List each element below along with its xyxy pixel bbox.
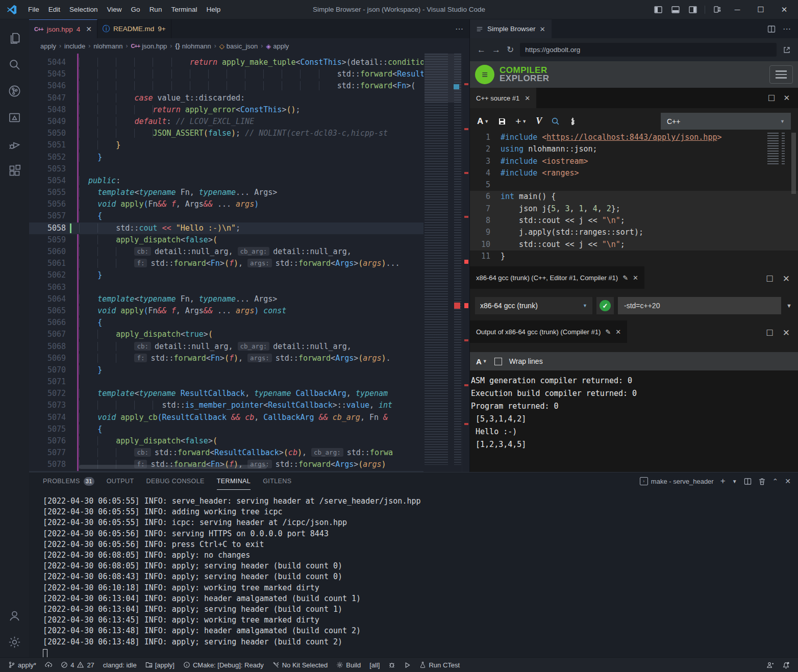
tab-gitlens[interactable]: GITLENS <box>263 472 291 490</box>
breadcrumb-item[interactable]: nlohmann <box>93 42 122 50</box>
close-pane-icon[interactable]: ✕ <box>540 25 545 33</box>
settings-gear-icon[interactable] <box>3 629 27 655</box>
run-debug-icon[interactable] <box>3 131 27 157</box>
extensions-icon[interactable] <box>3 157 27 184</box>
save-icon[interactable] <box>498 117 506 126</box>
output-pane-tab[interactable]: Output of x86-64 gcc (trunk) (Compiler #… <box>470 320 627 343</box>
wrap-lines-checkbox[interactable] <box>494 358 502 365</box>
maximize-pane-icon[interactable]: ☐ <box>766 274 773 284</box>
quickbench-icon[interactable] <box>569 117 577 126</box>
split-terminal-icon[interactable] <box>744 478 752 485</box>
terminal-instance-select[interactable]: › make - serve_header <box>640 477 714 485</box>
menu-item[interactable]: Help <box>202 0 225 19</box>
customize-layout-icon[interactable] <box>709 2 725 17</box>
menu-item[interactable]: Go <box>127 0 145 19</box>
forward-icon[interactable]: → <box>492 45 501 55</box>
close-panel-icon[interactable]: ✕ <box>785 477 791 485</box>
tab-problems[interactable]: PROBLEMS31 <box>43 472 94 490</box>
font-size-icon[interactable]: A▼ <box>477 116 489 127</box>
toggle-secondary-sidebar-icon[interactable] <box>685 2 701 17</box>
tab-json-hpp[interactable]: C++ json.hpp 4 ✕ <box>29 19 97 38</box>
close-tab-icon[interactable]: ✕ <box>86 25 92 33</box>
maximize-pane-icon[interactable]: ☐ <box>766 328 773 338</box>
breadcrumb-item[interactable]: apply <box>40 42 56 50</box>
menu-item[interactable]: Edit <box>44 0 65 19</box>
build-button[interactable]: Build <box>333 658 364 672</box>
kill-terminal-icon[interactable] <box>758 478 766 485</box>
debug-target-icon[interactable] <box>385 658 398 672</box>
cmake-status-item[interactable]: CMake: [Debug]: Ready <box>180 658 267 672</box>
cmake-icon[interactable] <box>3 104 27 131</box>
breadcrumb-item[interactable]: {}nlohmann <box>175 42 211 50</box>
chevron-down-icon[interactable]: ▼ <box>732 479 737 484</box>
rename-icon[interactable]: ✎ <box>605 328 611 336</box>
breadcrumb-item[interactable]: ◈apply <box>266 42 289 50</box>
git-branch-item[interactable]: apply* <box>5 658 39 672</box>
breadcrumb-item[interactable]: include <box>64 42 85 50</box>
close-pane-icon[interactable]: ✕ <box>783 273 790 284</box>
tab-simple-browser[interactable]: Simple Browser ✕ <box>470 19 552 38</box>
url-input[interactable]: https://godbolt.org <box>520 43 777 57</box>
maximize-button[interactable]: ☐ <box>750 1 771 18</box>
compiler-flags-input[interactable]: -std=c++20 <box>618 297 781 314</box>
code-editor[interactable]: 5044 return apply_make_tuple<ConstThis>(… <box>29 54 469 472</box>
menu-item[interactable]: Selection <box>65 0 103 19</box>
feedback-icon[interactable] <box>763 661 777 669</box>
add-pane-icon[interactable]: +▼ <box>515 116 527 127</box>
toggle-panel-icon[interactable] <box>668 2 683 17</box>
close-icon[interactable]: ✕ <box>615 328 621 336</box>
breadcrumb-item[interactable]: C++json.hpp <box>131 42 167 50</box>
source-control-icon[interactable] <box>3 78 27 104</box>
kit-item[interactable]: No Kit Selected <box>269 658 331 672</box>
menu-item[interactable]: Run <box>145 0 167 19</box>
ce-source-tab[interactable]: C++ source #1 ✕ <box>470 88 536 108</box>
tab-terminal[interactable]: TERMINAL <box>217 472 251 490</box>
close-window-button[interactable]: ✕ <box>774 1 795 18</box>
notifications-bell-icon[interactable] <box>779 661 793 669</box>
reload-icon[interactable]: ↻ <box>507 44 514 55</box>
tab-debug-console[interactable]: DEBUG CONSOLE <box>146 472 205 490</box>
tab-output[interactable]: OUTPUT <box>107 472 134 490</box>
font-size-icon[interactable]: A▼ <box>476 357 487 366</box>
rename-icon[interactable]: ✎ <box>622 274 628 282</box>
ce-menu-icon[interactable] <box>769 65 793 84</box>
vim-mode-icon[interactable]: V <box>536 116 542 127</box>
tab-readme-md[interactable]: ⓘ README.md 9+ <box>97 19 171 38</box>
compiler-pane-tab[interactable]: x86-64 gcc (trunk) (C++, Editor #1, Comp… <box>470 266 644 289</box>
minimize-button[interactable]: ─ <box>727 1 748 18</box>
horizontal-scrollbar[interactable] <box>79 465 267 469</box>
menu-item[interactable]: Terminal <box>166 0 202 19</box>
build-target-item[interactable]: [all] <box>366 658 383 672</box>
back-icon[interactable]: ← <box>477 45 486 55</box>
breadcrumb-item[interactable]: ◇basic_json <box>219 42 258 50</box>
clangd-status[interactable]: clangd: idle <box>100 658 140 672</box>
menu-item[interactable]: File <box>23 0 44 19</box>
launch-target-icon[interactable] <box>401 658 414 672</box>
compiler-select[interactable]: x86-64 gcc (trunk)▼ <box>475 297 592 314</box>
close-pane-icon[interactable]: ✕ <box>783 93 790 103</box>
terminal-content[interactable]: [2022-04-30 06:05:55] INFO: serve_header… <box>29 490 798 657</box>
cmake-project-item[interactable]: [apply] <box>142 658 178 672</box>
ce-source-editor[interactable]: 1#include <https://localhost:8443/apply/… <box>470 130 798 262</box>
accounts-icon[interactable] <box>3 602 27 629</box>
close-icon[interactable]: ✕ <box>525 94 530 102</box>
close-icon[interactable]: ✕ <box>633 274 638 282</box>
search-icon[interactable] <box>3 51 27 78</box>
ce-scrollbar[interactable] <box>791 133 796 194</box>
language-select[interactable]: C++▼ <box>661 113 791 130</box>
sync-item[interactable] <box>42 658 55 672</box>
minimap[interactable] <box>425 54 461 465</box>
maximize-pane-icon[interactable]: ☐ <box>768 93 775 103</box>
open-external-icon[interactable] <box>783 46 791 54</box>
pane-more-actions-icon[interactable]: ⋯ <box>783 24 791 34</box>
new-terminal-icon[interactable]: + <box>720 476 726 486</box>
maximize-panel-icon[interactable]: ⌃ <box>772 477 779 485</box>
menu-item[interactable]: View <box>103 0 127 19</box>
close-pane-icon[interactable]: ✕ <box>783 328 790 338</box>
cppinsights-icon[interactable] <box>551 117 560 126</box>
explorer-icon[interactable] <box>3 24 27 51</box>
toggle-sidebar-icon[interactable] <box>651 2 666 17</box>
flags-dropdown-icon[interactable]: ▼ <box>785 303 793 309</box>
editor-more-actions-icon[interactable]: ⋯ <box>455 19 469 38</box>
problems-item[interactable]: 4 27 <box>58 658 97 672</box>
